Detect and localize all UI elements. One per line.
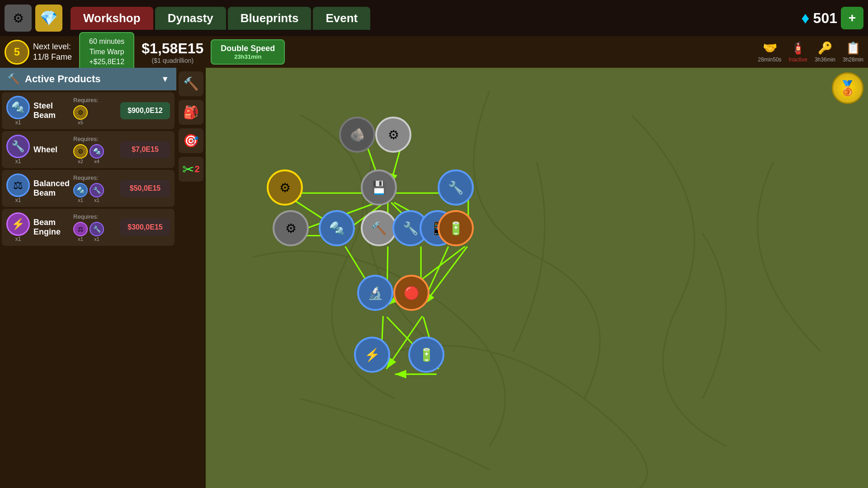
icon-clipboard: 📋 3h28min xyxy=(843,41,863,63)
steel-beam-icon-wrap: 🔩 x1 xyxy=(6,96,30,126)
gem-icon-button[interactable]: 💎 xyxy=(35,5,62,32)
steel-beam-name: SteelBeam xyxy=(33,101,70,120)
anvil-header-icon: 🔨 xyxy=(7,73,19,85)
balanced-beam-requires: Requires: 🔩 x1 🔧 x1 xyxy=(73,174,117,203)
active-products-header[interactable]: 🔨 Active Products ▼ xyxy=(0,68,176,90)
gem-icon: 💎 xyxy=(40,9,58,27)
sidebar-icon-target[interactable]: 🎯 xyxy=(179,128,203,153)
main-content: 🔨 Active Products ▼ 🔩 x1 SteelBeam Requi… xyxy=(0,68,868,488)
node-gear-silver[interactable]: ⚙ xyxy=(375,117,411,153)
steel-beam-requires: Requires: ⚙ x5 xyxy=(73,97,117,125)
node-hammer-silver[interactable]: 🔨 xyxy=(361,210,397,246)
product-list: 🔩 x1 SteelBeam Requires: ⚙ x5 $900,0E12 xyxy=(0,90,176,248)
wheel-price[interactable]: $7,0E15 xyxy=(120,141,170,158)
level-text: Next level: 11/8 Fame xyxy=(33,42,72,63)
req-icon-gear: ⚙ xyxy=(73,105,88,120)
steel-beam-price[interactable]: $900,0E12 xyxy=(120,102,170,119)
gem-count: 501 xyxy=(813,10,837,27)
tab-blueprints[interactable]: Blueprints xyxy=(228,7,311,30)
icon-inactive: 🧯 Inactive xyxy=(789,41,807,63)
beam-engine-requires: Requires: ⚖ x1 🔧 x1 xyxy=(73,213,117,242)
time-warp-button[interactable]: 60 minutes Time Warp +$25,8E12 xyxy=(79,32,134,71)
active-products-label: Active Products xyxy=(25,73,101,85)
clipboard-icon: 📋 xyxy=(846,41,860,55)
beam-engine-name: BeamEngine xyxy=(33,218,70,237)
key-icon: 🔑 xyxy=(818,41,832,55)
wheel-count: x1 xyxy=(15,158,21,164)
dropdown-arrow-icon[interactable]: ▼ xyxy=(161,75,169,84)
level-badge: 5 Next level: 11/8 Fame xyxy=(5,40,72,65)
icon-handshake: 🤝 28min50s xyxy=(758,41,782,63)
level-star: 5 xyxy=(5,40,29,65)
game-area[interactable]: 🪨 ⚙ ⚙ 💾 🔧 ⚙ 🔩 🔨 🔧 📱 🔋 🔬 🔴 ⚡ 🔋 🥉 xyxy=(206,68,868,488)
product-beam-engine[interactable]: ⚡ x1 BeamEngine Requires: ⚖ x1 🔧 x1 xyxy=(2,209,175,246)
add-gems-button[interactable]: + xyxy=(841,7,863,29)
node-bolt-blue[interactable]: 🔩 xyxy=(319,210,355,246)
money-display: $1,58E15 ($1 quadrillion) xyxy=(142,40,203,64)
double-speed-button[interactable]: Double Speed 23h31min xyxy=(211,39,285,65)
tab-workshop[interactable]: Workshop xyxy=(71,7,153,30)
node-gear-gray2[interactable]: ⚙ xyxy=(273,210,309,246)
settings-button[interactable]: ⚙ xyxy=(5,5,32,32)
sidebar-icon-bag[interactable]: 🎒 xyxy=(179,100,203,125)
steel-beam-count: x1 xyxy=(15,119,21,126)
gear-icon: ⚙ xyxy=(13,11,24,26)
left-panel: 🔨 Active Products ▼ 🔩 x1 SteelBeam Requi… xyxy=(0,68,176,488)
right-sidebar: 🔨 🎒 🎯 ✂2 xyxy=(176,68,206,488)
beam-engine-icon-wrap: ⚡ x1 xyxy=(6,212,30,242)
background-veins xyxy=(206,68,868,488)
product-balanced-beam[interactable]: ⚖ x1 BalancedBeam Requires: 🔩 x1 🔧 x1 xyxy=(2,170,175,207)
node-bottom-right[interactable]: 🔋 xyxy=(408,337,444,373)
beam-engine-count: x1 xyxy=(15,236,21,242)
fire-extinguisher-icon: 🧯 xyxy=(791,41,805,55)
node-red-orange[interactable]: 🔴 xyxy=(393,275,429,311)
tab-event[interactable]: Event xyxy=(313,7,370,30)
wheel-icon-wrap: 🔧 x1 xyxy=(6,135,30,164)
beam-engine-icon: ⚡ xyxy=(6,212,30,236)
node-chip[interactable]: 💾 xyxy=(361,169,397,206)
top-right-area: ♦ 501 + xyxy=(801,7,863,29)
wheel-name: Wheel xyxy=(33,145,70,155)
nav-tabs: Workshop Dynasty Blueprints Event xyxy=(71,7,797,30)
node-rock[interactable]: 🪨 xyxy=(339,117,375,153)
balanced-beam-price[interactable]: $50,0E15 xyxy=(120,180,170,197)
medal-icon: 🥉 xyxy=(832,72,863,104)
tab-dynasty[interactable]: Dynasty xyxy=(155,7,226,30)
sidebar-icon-scissors[interactable]: ✂2 xyxy=(179,157,203,182)
handshake-icon: 🤝 xyxy=(763,41,777,55)
balanced-beam-name: BalancedBeam xyxy=(33,179,70,198)
node-wrench-blue[interactable]: 🔧 xyxy=(438,169,474,206)
product-steel-beam[interactable]: 🔩 x1 SteelBeam Requires: ⚙ x5 $900,0E12 xyxy=(2,92,175,129)
top-bar: ⚙ 💎 Workshop Dynasty Blueprints Event ♦ … xyxy=(0,0,868,36)
node-bottom-left[interactable]: ⚡ xyxy=(354,337,390,373)
product-wheel[interactable]: 🔧 x1 Wheel Requires: ⚙ x2 🔩 x4 xyxy=(2,131,175,168)
beam-engine-price[interactable]: $300,0E15 xyxy=(120,219,170,236)
balanced-beam-icon-wrap: ⚖ x1 xyxy=(6,174,30,203)
balanced-beam-icon: ⚖ xyxy=(6,174,30,197)
node-battery-orange[interactable]: 🔋 xyxy=(438,210,474,246)
wheel-requires: Requires: ⚙ x2 🔩 x4 xyxy=(73,136,117,164)
wheel-icon: 🔧 xyxy=(6,135,30,158)
info-icons: 🤝 28min50s 🧯 Inactive 🔑 3h36min 📋 3h28mi… xyxy=(758,41,863,63)
balanced-beam-count: x1 xyxy=(15,197,21,203)
info-bar: 5 Next level: 11/8 Fame 60 minutes Time … xyxy=(0,36,868,68)
diamond-icon: ♦ xyxy=(801,9,809,28)
node-gear-gold[interactable]: ⚙ xyxy=(267,169,303,206)
node-scope-blue[interactable]: 🔬 xyxy=(357,275,393,311)
steel-beam-icon: 🔩 xyxy=(6,96,30,119)
icon-key: 🔑 3h36min xyxy=(815,41,835,63)
sidebar-icon-anvil[interactable]: 🔨 xyxy=(179,71,203,96)
